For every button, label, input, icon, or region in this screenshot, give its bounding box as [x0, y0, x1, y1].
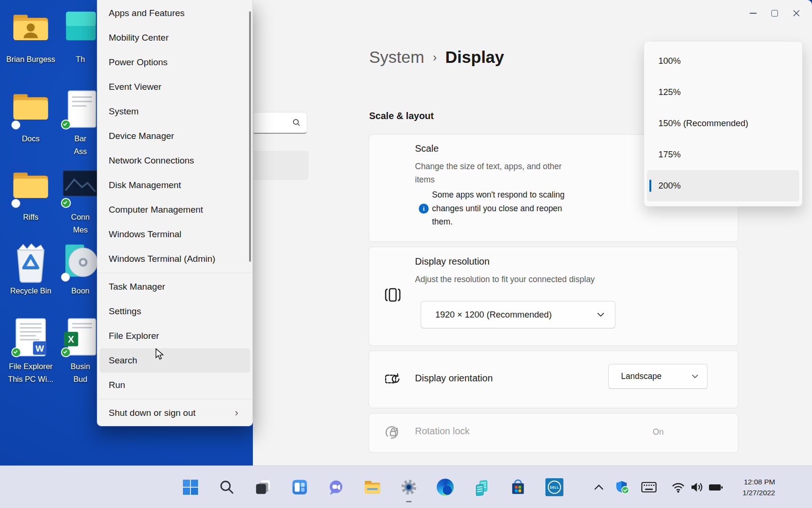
orientation-select[interactable]: Landscape — [608, 364, 708, 389]
menu-item-windows-terminal[interactable]: Windows Terminal — [100, 222, 250, 247]
info-icon: i — [419, 204, 429, 214]
scale-option-125[interactable]: 125% — [644, 77, 802, 108]
menu-scrollbar[interactable] — [249, 11, 251, 262]
settings-button[interactable] — [399, 478, 418, 497]
clock-time: 12:08 PM — [730, 476, 775, 487]
menu-item-settings[interactable]: Settings — [100, 299, 250, 324]
tray-clock[interactable]: 12:08 PM 1/27/2022 — [730, 466, 775, 508]
breadcrumb-system[interactable]: System — [369, 48, 424, 67]
menu-item-task-manager[interactable]: Task Manager — [100, 275, 250, 299]
tray-chevron-up[interactable] — [593, 466, 605, 508]
maximize-button[interactable] — [764, 3, 786, 24]
onedrive-sync-badge — [11, 199, 20, 208]
minimize-button[interactable] — [742, 3, 764, 24]
tray-wifi[interactable] — [671, 466, 685, 508]
windows-logo-icon — [182, 479, 199, 496]
dell-app-button[interactable]: DELL — [545, 478, 564, 497]
menu-item-windows-terminal-admin[interactable]: Windows Terminal (Admin) — [100, 247, 250, 271]
file-explorer-button[interactable] — [363, 478, 382, 497]
folder-icon — [10, 90, 51, 123]
resolution-title: Display resolution — [415, 256, 490, 267]
sidebar-item-selected[interactable] — [254, 151, 309, 180]
minimize-icon — [750, 13, 757, 14]
maximize-icon — [771, 10, 778, 17]
menu-item-disk-management[interactable]: Disk Management — [100, 173, 250, 198]
menu-item-search[interactable]: Search — [100, 348, 250, 373]
server-stacks-app-button[interactable] — [472, 478, 491, 497]
rotation-lock-state: On — [653, 427, 664, 437]
speaker-icon — [690, 480, 704, 494]
tray-battery[interactable] — [708, 466, 723, 508]
search-icon — [292, 118, 301, 127]
menu-item-event-viewer[interactable]: Event Viewer — [100, 75, 250, 99]
battery-icon — [708, 480, 723, 494]
edge-icon — [437, 479, 454, 496]
svg-text:W: W — [35, 344, 44, 353]
clock-date: 1/27/2022 — [730, 487, 775, 498]
edge-button[interactable] — [436, 478, 455, 497]
display-resolution-icon — [384, 286, 401, 303]
menu-item-run[interactable]: Run — [100, 373, 250, 397]
sync-check-badge — [61, 347, 71, 357]
image-file-icon — [61, 168, 100, 198]
scale-option-150[interactable]: 150% (Recommended) — [644, 108, 802, 139]
scale-option-200-selected[interactable]: 200% — [647, 170, 799, 201]
tray-touch-keyboard[interactable] — [641, 466, 657, 508]
menu-item-power-options[interactable]: Power Options — [100, 50, 250, 75]
widgets-icon — [291, 478, 309, 496]
section-title: Scale & layout — [369, 111, 434, 121]
taskbar-search-button[interactable] — [217, 478, 236, 497]
user-folder-icon — [10, 10, 51, 43]
onedrive-sync-badge — [61, 273, 70, 282]
chevron-down-icon — [691, 374, 699, 379]
start-button[interactable] — [181, 478, 200, 497]
windows-11-desktop: Brian Burgess Docs Riffs Recycle Bin — [0, 0, 812, 508]
tray-security-shield[interactable] — [615, 466, 630, 508]
orientation-title: Display orientation — [415, 373, 493, 384]
selected-accent-bar — [649, 180, 651, 192]
resolution-description: Adjust the resolution to fit your connec… — [415, 273, 595, 286]
orientation-value: Landscape — [621, 371, 662, 381]
folder-icon — [10, 168, 51, 201]
chevron-down-icon — [597, 312, 605, 317]
security-shield-icon — [615, 480, 630, 494]
menu-item-device-manager[interactable]: Device Manager — [100, 124, 250, 148]
resolution-value: 1920 × 1200 (Recommended) — [435, 310, 552, 320]
close-button[interactable] — [786, 3, 807, 24]
scale-note: Some apps won't respond to scaling chang… — [432, 188, 565, 229]
menu-item-mobility-center[interactable]: Mobility Center — [100, 26, 250, 50]
task-view-button[interactable] — [254, 478, 273, 497]
scale-option-100[interactable]: 100% — [644, 45, 802, 77]
breadcrumb: System › Display — [369, 48, 504, 67]
microsoft-store-button[interactable] — [509, 478, 527, 497]
sync-check-badge — [61, 120, 71, 129]
scale-description: Change the size of text, apps, and other… — [415, 160, 561, 186]
menu-item-apps-and-features[interactable]: Apps and Features — [100, 1, 250, 26]
menu-item-shut-down-or-sign-out[interactable]: Shut down or sign out › — [100, 401, 250, 425]
sync-check-badge — [61, 198, 71, 208]
widgets-button[interactable] — [290, 478, 309, 497]
winx-menu: Apps and Features Mobility Center Power … — [97, 0, 253, 426]
taskbar-apps: DELL — [181, 466, 564, 508]
resolution-select[interactable]: 1920 × 1200 (Recommended) — [421, 301, 615, 328]
close-icon — [793, 9, 800, 17]
settings-search-input[interactable] — [254, 112, 307, 134]
menu-separator — [98, 273, 252, 273]
menu-item-computer-management[interactable]: Computer Management — [100, 198, 250, 222]
menu-separator — [98, 399, 252, 399]
svg-text:X: X — [68, 334, 75, 344]
display-orientation-icon — [384, 371, 401, 388]
rotation-lock-icon — [384, 424, 401, 441]
menu-item-network-connections[interactable]: Network Connections — [100, 148, 250, 173]
tray-volume[interactable] — [690, 466, 704, 508]
touch-keyboard-icon — [641, 480, 657, 494]
menu-item-system[interactable]: System — [100, 99, 250, 124]
recycle-bin-icon — [10, 242, 51, 284]
chat-button[interactable] — [327, 478, 346, 497]
onedrive-sync-badge — [11, 121, 20, 129]
microsoft-store-icon — [509, 478, 527, 496]
file-explorer-icon — [363, 478, 381, 496]
scale-option-175[interactable]: 175% — [644, 139, 802, 170]
page-title: Display — [445, 48, 504, 67]
menu-item-file-explorer[interactable]: File Explorer — [100, 324, 250, 348]
